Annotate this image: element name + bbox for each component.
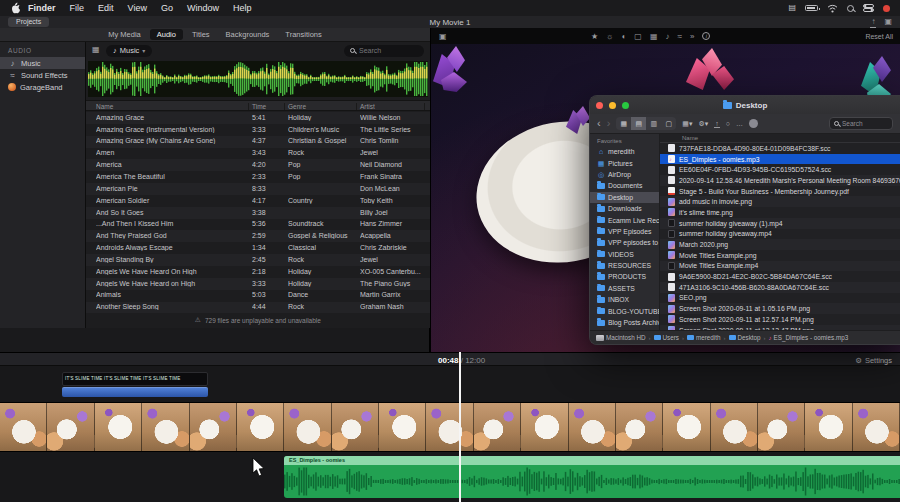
song-row[interactable]: American Soldier4:17CountryToby Keith [86,195,430,207]
song-row[interactable]: Amazing Grace (My Chains Are Gone)4:37Ch… [86,136,430,148]
control-center-icon[interactable] [863,4,874,12]
column-name[interactable]: Name [96,103,113,110]
file-row[interactable]: it's slime time.png [660,207,900,218]
column-artist[interactable]: Artist [360,103,375,110]
song-row[interactable]: ...And Then I Kissed Him5:36SoundtrackHa… [86,219,430,231]
finder-sidebar-item-resources[interactable]: RESOURCES [590,260,659,271]
filmstrip-thumbnail[interactable] [190,403,237,451]
video-clip-filmstrip[interactable] [0,402,900,452]
file-row[interactable]: summer holiday giveaway.mp4 [660,229,900,240]
path-item-meredith[interactable]: meredith [687,334,721,341]
finder-sidebar-item-blog-youtube[interactable]: BLOG-YOUTUBE [590,305,659,316]
finder-search-field[interactable]: Search [829,117,893,130]
filmstrip-thumbnail[interactable] [805,403,852,451]
audio-clip[interactable]: ES_Dimples - oomies [284,456,900,498]
media-search-field[interactable]: Search [344,45,424,57]
finder-sidebar-item-videos[interactable]: VIDEOS [590,249,659,260]
song-row[interactable]: Angels We Have Heard On High2:18HolidayX… [86,266,430,278]
finder-sidebar-item-inbox[interactable]: INBOX [590,294,659,305]
file-row[interactable]: Movie Titles Example.png [660,250,900,261]
color-correction-icon[interactable]: ◐ [622,32,627,41]
finder-sidebar-item-airdrop[interactable]: ◎AirDrop [590,169,659,180]
action-menu-icon[interactable]: ⚙▾ [698,120,708,128]
file-row[interactable]: March 2020.png [660,239,900,250]
song-row[interactable]: Angels We Have Heard on High3:33HolidayT… [86,278,430,290]
auto-enhance-icon[interactable]: ★ [591,32,598,41]
display-icon[interactable]: ▤ [788,0,796,16]
song-row[interactable]: And They Praised God2:59Gospel & Religio… [86,230,430,242]
sidebar-item-music[interactable]: ♪Music [0,57,85,69]
share-icon[interactable]: ↑ [714,120,720,128]
song-row[interactable]: Angel Standing By2:45RockJewel [86,254,430,266]
file-row[interactable]: Screen Shot 2020-09-11 at 12.57.14 PM.pn… [660,314,900,325]
filmstrip-thumbnail[interactable] [47,403,94,451]
group-button[interactable]: ▦▾ [682,120,692,128]
filmstrip-thumbnail[interactable] [521,403,568,451]
crop-icon[interactable]: ▢ [634,32,642,41]
filmstrip-thumbnail[interactable] [616,403,663,451]
song-row[interactable]: Amazing Grace5:41HolidayWillie Nelson [86,112,430,124]
file-row[interactable]: 9A6E5900-8D21-4E2C-B02C-5B84DA67C64E.scc [660,271,900,282]
file-row[interactable]: EE60E04F-0FBD-4D93-945B-CC6195D57524.scc [660,164,900,175]
gallery-view-button[interactable]: ▢ [661,117,676,130]
column-genre[interactable]: Genre [288,103,306,110]
list-view-button[interactable]: ▤ [631,117,646,130]
tab-my-media[interactable]: My Media [101,29,148,40]
filmstrip-thumbnail[interactable] [663,403,710,451]
overlay-settings-icon[interactable]: ▣ [439,32,447,41]
finder-sidebar-item-ecamm-live-record[interactable]: Ecamm Live Record... [590,214,659,225]
info-icon[interactable]: i [702,32,710,40]
filmstrip-thumbnail[interactable] [284,403,331,451]
finder-sidebar-item-desktop[interactable]: Desktop [590,192,659,203]
path-item-desktop[interactable]: Desktop [729,334,761,341]
filmstrip-thumbnail[interactable] [95,403,142,451]
file-row[interactable]: Stage 5 - Build Your Business - Membersh… [660,186,900,197]
forward-button[interactable]: › [607,117,611,130]
song-row[interactable]: Amazing Grace (Instrumental Version)3:33… [86,124,430,136]
file-row[interactable]: add music in imovie.png [660,196,900,207]
finder-sidebar-item-meredith[interactable]: ⌂meredith [590,146,659,157]
file-row[interactable]: Screen Shot 2020-09-11 at 1.05.16 PM.png [660,303,900,314]
song-row[interactable]: Another Sleep Song4:44RockGraham Nash [86,302,430,314]
reset-all-button[interactable]: Reset All [865,33,893,40]
tab-audio[interactable]: Audio [150,29,183,40]
wifi-icon[interactable] [827,4,838,13]
path-item-macintosh-hd[interactable]: Macintosh HD [596,334,646,341]
file-row[interactable]: SEO.png [660,293,900,304]
volume-icon[interactable]: ♪ [665,32,669,41]
filmstrip-thumbnail[interactable] [379,403,426,451]
filmstrip-thumbnail[interactable] [426,403,473,451]
menu-file[interactable]: File [63,0,92,16]
color-balance-icon[interactable]: ☼ [606,32,613,41]
file-row[interactable]: ES_Dimples - oomies.mp3 [660,154,900,165]
avatar-icon[interactable] [749,119,758,128]
menu-window[interactable]: Window [180,0,226,16]
projects-button[interactable]: Projects [8,17,49,27]
music-source-dropdown[interactable]: ♪ Music ▾ [106,45,152,57]
timeline-settings-button[interactable]: ⚙ Settings [855,356,892,365]
window-options-icon[interactable]: ▣ [884,17,892,28]
filmstrip-thumbnail[interactable] [569,403,616,451]
filmstrip-thumbnail[interactable] [758,403,805,451]
finder-sidebar-item-downloads[interactable]: Downloads [590,203,659,214]
filmstrip-thumbnail[interactable] [332,403,379,451]
file-row[interactable]: summer holiday giveaway (1).mp4 [660,218,900,229]
filmstrip-thumbnail[interactable] [237,403,284,451]
menu-go[interactable]: Go [154,0,180,16]
song-row[interactable]: Amen3:43RockJewel [86,148,430,160]
speed-icon[interactable]: » [690,32,694,41]
sidebar-item-garageband[interactable]: GarageBand [0,81,85,93]
menu-edit[interactable]: Edit [91,0,121,16]
noise-reduction-icon[interactable]: ≈ [677,32,681,41]
filmstrip-thumbnail[interactable] [474,403,521,451]
tag-icon[interactable]: ○ [726,120,730,127]
file-list-header-name[interactable]: Name [660,134,900,143]
minimize-button[interactable] [609,102,616,109]
song-row[interactable]: Androids Always Escape1:34ClassicalChris… [86,242,430,254]
record-icon[interactable] [883,5,890,12]
finder-sidebar-item-documents[interactable]: Documents [590,180,659,191]
finder-sidebar-item-pictures[interactable]: ▦Pictures [590,157,659,168]
finder-sidebar-item-blog-posts-archive[interactable]: Blog Posts Archive... [590,317,659,328]
finder-titlebar[interactable]: Desktop [590,96,900,114]
search-icon[interactable] [847,5,854,12]
